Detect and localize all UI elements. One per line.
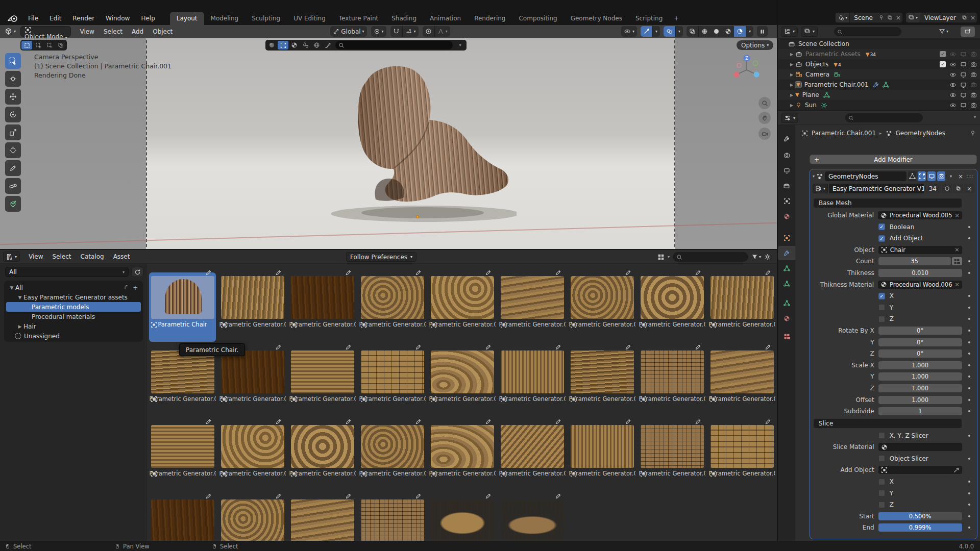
asset-item-parametric-generator-0-[interactable]: Parametric Generator.0... xyxy=(427,268,497,343)
edit-asset-pencil-icon[interactable] xyxy=(414,418,423,425)
asset-thumbnail[interactable] xyxy=(361,350,424,393)
menu-render[interactable]: Render xyxy=(67,13,100,24)
number-field-thikness[interactable]: 0.010 xyxy=(878,269,962,277)
edit-asset-pencil-icon[interactable] xyxy=(554,343,562,351)
animate-decorator[interactable] xyxy=(968,237,970,239)
expand-icon[interactable]: ▶ xyxy=(788,103,795,108)
catalog-expander-icon[interactable]: ▼ xyxy=(8,285,15,290)
asset-item-parametric-generator-0-[interactable]: Parametric Generator.0... xyxy=(357,417,427,492)
asset-thumbnail[interactable] xyxy=(361,425,424,468)
disable-render-icon[interactable] xyxy=(970,82,977,88)
properties-search-input[interactable] xyxy=(845,113,923,122)
shading-solid-button[interactable] xyxy=(710,26,722,37)
select-mode-subtract[interactable] xyxy=(44,41,55,49)
scene-selector[interactable]: ▾ Scene × xyxy=(835,12,903,23)
animate-decorator[interactable] xyxy=(968,515,970,517)
toggle-input-icon[interactable] xyxy=(953,258,960,265)
modifier-name-field[interactable]: GeometryNodes xyxy=(825,171,906,181)
asset-item-parametric-generator-0-[interactable]: Parametric Generator.0... xyxy=(357,343,427,417)
editor-type-button[interactable]: ▾ xyxy=(2,27,18,37)
asset-item-parametric-generator-0-[interactable]: Parametric Generator.0... xyxy=(637,343,707,417)
copy-node-group-icon[interactable] xyxy=(953,184,963,193)
tool-annotate[interactable] xyxy=(5,160,21,176)
number-field-y[interactable]: 1.000 xyxy=(878,372,962,381)
expand-icon[interactable]: ▶ xyxy=(788,83,795,87)
properties-options-dropdown[interactable]: ▾ xyxy=(974,115,976,119)
tab-geometry-nodes[interactable]: Geometry Nodes xyxy=(564,12,629,25)
visibility-dropdown[interactable]: ▾ xyxy=(621,26,637,37)
shading-dropdown[interactable]: ▾ xyxy=(746,26,753,37)
modifier-close-button[interactable]: × xyxy=(957,171,965,181)
breadcrumb-object[interactable]: Parametric Chair.001 xyxy=(812,130,876,137)
checkbox-z[interactable] xyxy=(878,502,885,508)
id-field-add-object[interactable] xyxy=(878,466,962,474)
checkbox-y[interactable] xyxy=(878,304,885,311)
display-mode-dropdown[interactable]: ▾ xyxy=(668,255,670,259)
add-catalog-icon[interactable]: + xyxy=(133,285,138,291)
proportional-falloff-dropdown[interactable]: ▾ xyxy=(435,26,450,37)
edit-asset-pencil-icon[interactable] xyxy=(764,418,772,425)
modifier-extras-dropdown[interactable]: ▾ xyxy=(947,171,955,181)
edit-asset-pencil-icon[interactable] xyxy=(344,492,353,500)
asset-thumbnail[interactable] xyxy=(710,276,774,319)
checkbox-add-object[interactable]: ✓ xyxy=(878,235,885,242)
animate-decorator[interactable] xyxy=(968,387,970,389)
edit-asset-pencil-icon[interactable] xyxy=(414,492,423,500)
asset-item-parametric-generator-0-[interactable]: Parametric Generator.0... xyxy=(287,268,357,343)
selectable-checkbox[interactable]: ✓ xyxy=(940,51,946,57)
asset-thumbnail[interactable] xyxy=(710,425,774,468)
asset-thumbnail[interactable] xyxy=(151,425,214,468)
pin-icon[interactable] xyxy=(877,15,886,20)
asset-item-parametric-generator-0-[interactable]: Parametric Generator.0... xyxy=(427,417,497,492)
edit-asset-pencil-icon[interactable] xyxy=(624,343,632,351)
asset-thumbnail[interactable] xyxy=(361,276,424,319)
asset-item-parametric-generator-0-[interactable]: Parametric Generator.0... xyxy=(497,343,567,417)
outliner-row-sun[interactable]: ▶Sun xyxy=(778,100,980,110)
edit-asset-pencil-icon[interactable] xyxy=(414,343,423,351)
snap-target-dropdown[interactable]: ▾ xyxy=(403,26,419,37)
viewlayer-name[interactable]: ViewLayer xyxy=(920,14,960,21)
asset-menu-select[interactable]: Select xyxy=(48,252,76,262)
animate-decorator[interactable] xyxy=(968,341,970,343)
asset-thumbnail[interactable] xyxy=(431,276,494,319)
tab-scripting[interactable]: Scripting xyxy=(629,12,669,25)
edit-asset-pencil-icon[interactable] xyxy=(484,492,493,500)
asset-thumbnail[interactable] xyxy=(291,276,354,319)
asset-thumbnail[interactable] xyxy=(361,499,424,541)
asset-item-parametric-generator-0-[interactable]: Parametric Generator.0... xyxy=(427,343,497,417)
asset-menu-view[interactable]: View xyxy=(24,252,47,262)
brush-icon[interactable] xyxy=(323,41,333,49)
edit-asset-pencil-icon[interactable] xyxy=(204,418,213,425)
clear-field-icon[interactable]: × xyxy=(954,246,959,253)
asset-item-parametric-generator-0-[interactable]: Parametric Generator.0... xyxy=(217,417,287,492)
tool-transform[interactable] xyxy=(5,142,21,158)
asset-thumbnail[interactable] xyxy=(291,499,354,541)
asset-item-parametric-generator-0-[interactable]: Parametric Generator.0... xyxy=(567,417,637,492)
number-field-z[interactable]: 0° xyxy=(878,349,962,358)
tab-compositing[interactable]: Compositing xyxy=(512,12,564,25)
navigation-gizmo[interactable]: Z xyxy=(730,52,764,86)
modifier-on-cage-toggle[interactable] xyxy=(908,171,916,181)
viewport-menu-add[interactable]: Add xyxy=(127,27,148,37)
edit-asset-pencil-icon[interactable] xyxy=(484,269,493,277)
properties-tab-texture[interactable] xyxy=(778,329,795,343)
zoom-view-button[interactable] xyxy=(758,97,771,109)
tab-sculpting[interactable]: Sculpting xyxy=(245,12,287,25)
number-field-y[interactable]: 0° xyxy=(878,338,962,346)
number-field-offset[interactable]: 1.000 xyxy=(878,396,962,404)
xray-toggle[interactable] xyxy=(687,26,698,37)
asset-thumbnail[interactable] xyxy=(151,499,214,541)
tool-measure[interactable] xyxy=(5,178,21,194)
asset-search-input[interactable] xyxy=(673,252,748,262)
edit-asset-pencil-icon[interactable] xyxy=(274,269,283,277)
catalog-all[interactable]: ▼All+ xyxy=(6,283,141,292)
disable-render-icon[interactable] xyxy=(970,51,977,58)
matcap-sphere-icon[interactable] xyxy=(266,41,277,49)
edit-asset-pencil-icon[interactable] xyxy=(624,418,632,425)
outliner-funnel-dropdown[interactable]: ▾ xyxy=(939,28,948,35)
expand-modifier-icon[interactable]: ▾ xyxy=(813,174,815,179)
properties-tab-world[interactable] xyxy=(778,209,795,223)
blender-logo-icon[interactable] xyxy=(6,13,19,23)
asset-thumbnail[interactable] xyxy=(501,499,564,541)
edit-asset-pencil-icon[interactable] xyxy=(204,269,213,277)
